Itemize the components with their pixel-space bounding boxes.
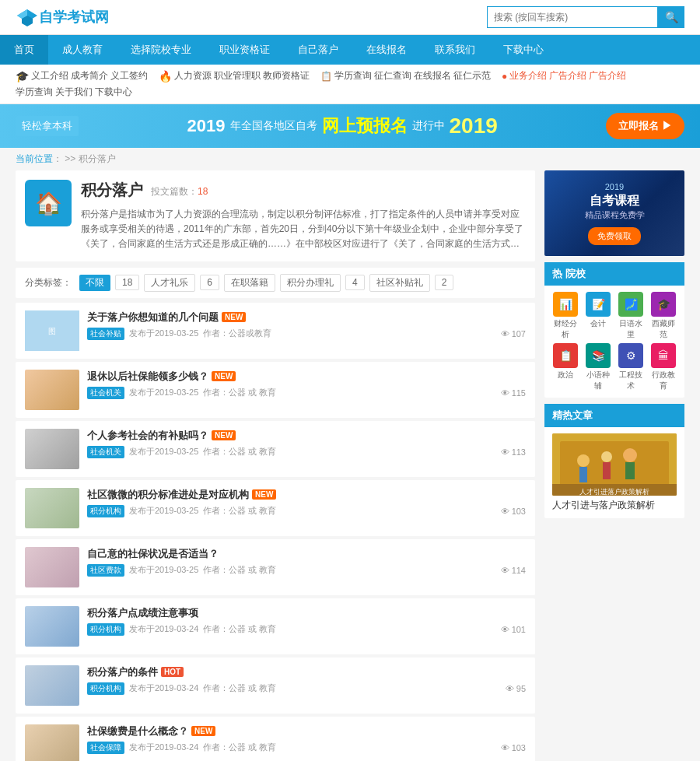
nav-settlement[interactable]: 自己落户 [284, 35, 352, 65]
subnav-link-10[interactable]: 征仁示范 [453, 69, 491, 82]
article-item: 退休以后社保能领多少钱？ NEW 社会机关 发布于2019-03-25 作者：公… [16, 362, 535, 418]
article-thumb-6 [25, 606, 79, 647]
nav-contact[interactable]: 联系我们 [421, 35, 489, 65]
sidebar-hot-courses: 热 院校 📊 财经分析 📝 会计 🗾 日语水里 🎓 西藏师范 [544, 262, 684, 398]
article-meta-7: 积分机构 发布于2019-03-24 作者：公器 或 教育 👁 95 [87, 682, 526, 695]
subnav-link-5[interactable]: 职业管理职 [214, 69, 261, 82]
course-icon-1[interactable]: 📊 财经分析 [551, 292, 580, 340]
article-views-7: 👁 95 [506, 684, 526, 693]
article-date-5: 发布于2019-03-25 [129, 564, 198, 576]
tag-talent-count: 6 [200, 275, 219, 290]
tag-points[interactable]: 积分办理礼 [280, 274, 341, 292]
article-meta-2: 社会机关 发布于2019-03-25 作者：公器 或 教育 👁 115 [87, 387, 526, 399]
subnav-link-11[interactable]: 业务介绍 [509, 69, 547, 82]
subnav-link-6[interactable]: 教师资格证 [263, 69, 310, 82]
subnav-link-15[interactable]: 关于我们 [55, 86, 93, 99]
hot-article-img: 人才引进落户政策解析 [552, 433, 677, 496]
banner-register-btn[interactable]: 立即报名 ▶ [606, 113, 684, 139]
subnav-group-3: 📋 学历查询 征仁查询 在线报名 征仁示范 [320, 69, 491, 82]
article-meta-1: 社会补贴 发布于2019-03-25 作者：公器或教育 👁 107 [87, 328, 526, 340]
article-cat-8: 社会保障 [87, 742, 124, 754]
nav-qualification[interactable]: 职业资格证 [205, 35, 284, 65]
ad-course-title: 自考课程 [590, 193, 639, 209]
subnav-link-12[interactable]: 广告介绍 [549, 69, 586, 82]
article-thumb-2 [25, 370, 79, 410]
article-cat-6: 积分机构 [87, 623, 124, 636]
sub-nav: 🎓 义工介绍 成考简介 义工签约 🔥 人力资源 职业管理职 教师资格证 📋 学历… [0, 65, 700, 104]
course-icon-3[interactable]: 🗾 日语水里 [616, 292, 646, 340]
hot-article-item[interactable]: 人才引进落户政策解析 人才引进与落户政策解析 [544, 427, 684, 518]
article-item: 社区微微的积分标准进处是对应机构 NEW 积分机构 发布于2019-03-25 … [16, 480, 535, 536]
article-views-2: 👁 115 [501, 388, 526, 398]
banner-percent: 2019 [450, 114, 498, 139]
course-icon-7[interactable]: ⚙ 工程技术 [616, 343, 646, 391]
article-thumb-7 [25, 665, 79, 706]
tag-subsidy[interactable]: 社区补贴礼 [369, 274, 430, 292]
category-header: 🏠 积分落户 投文篇数：18 积分落户是指城市为了人力资源的合理流动，制定以积分… [16, 170, 535, 261]
badge-new-8: NEW [191, 726, 215, 736]
nav-school[interactable]: 选择院校专业 [117, 35, 205, 65]
subnav-link-14[interactable]: 学历查询 [16, 86, 53, 99]
subnav-link-2[interactable]: 成考简介 [71, 69, 108, 82]
course-label-2: 会计 [590, 318, 606, 329]
article-meta-3: 社会机关 发布于2019-03-25 作者：公器 或 教育 👁 113 [87, 446, 526, 458]
banner-text: 年全国各地区自考 [230, 119, 317, 133]
search-bar: 🔍 [487, 6, 684, 28]
badge-new-4: NEW [252, 489, 276, 500]
subnav-group-5: 学历查询 关于我们 下载中心 [16, 86, 132, 99]
course-icon-8[interactable]: 🏛 行政教育 [649, 343, 678, 391]
nav-home[interactable]: 首页 [0, 35, 48, 65]
subnav-link-7[interactable]: 学历查询 [334, 69, 372, 82]
breadcrumb-home[interactable]: 当前位置 [16, 153, 53, 164]
search-input[interactable] [487, 6, 658, 28]
article-item: 图 关于落户你想知道的几个问题 NEW 社会补贴 发布于2019-03-25 作… [16, 303, 535, 359]
tag-talent[interactable]: 人才礼乐 [144, 274, 195, 292]
sidebar-hot-articles: 精热文章 人才引进落户政策解析 [544, 404, 684, 518]
language-icon: 📚 [586, 343, 611, 368]
course-icon-4[interactable]: 🎓 西藏师范 [649, 292, 678, 340]
subnav-link-8[interactable]: 征仁查询 [374, 69, 411, 82]
logo-icon [16, 8, 39, 26]
japanese-icon: 🗾 [618, 292, 643, 317]
tag-settle[interactable]: 在职落籍 [224, 274, 275, 292]
article-views-1: 👁 107 [501, 329, 526, 338]
sidebar: 2019 自考课程 精品课程免费学 免费领取 热 院校 📊 财经分析 📝 会计 … [544, 170, 684, 761]
article-thumb-5 [25, 547, 79, 587]
course-icon-2[interactable]: 📝 会计 [583, 292, 613, 340]
subnav-link-4[interactable]: 人力资源 [174, 69, 212, 82]
article-list: 图 关于落户你想知道的几个问题 NEW 社会补贴 发布于2019-03-25 作… [16, 303, 535, 761]
ad-subtitle: 精品课程免费学 [585, 209, 645, 221]
subnav-link-13[interactable]: 广告介绍 [589, 69, 626, 82]
tag-all[interactable]: 不限 [79, 275, 110, 291]
accounting-icon: 📝 [586, 292, 611, 317]
search-button[interactable]: 🔍 [658, 6, 684, 28]
subnav-link-9[interactable]: 在线报名 [414, 69, 451, 82]
nav-download[interactable]: 下载中心 [489, 35, 558, 65]
article-body-7: 积分落户的条件 HOT 积分机构 发布于2019-03-24 作者：公器 或 教… [87, 665, 526, 695]
article-thumb-1: 图 [25, 310, 79, 351]
subnav-link-1[interactable]: 义工介绍 [31, 69, 68, 82]
doc-icon: 📋 [320, 71, 332, 82]
article-title-8: 社保缴费是什么概念？ NEW [87, 724, 526, 738]
course-icon-6[interactable]: 📚 小语种辅 [583, 343, 613, 391]
ad-free-btn[interactable]: 免费领取 [588, 227, 641, 245]
subnav-link-3[interactable]: 义工签约 [110, 69, 148, 82]
hot-article-title: 人才引进与落户政策解析 [552, 499, 677, 512]
sidebar-ad: 2019 自考课程 精品课程免费学 免费领取 [544, 170, 684, 256]
finance-icon: 📊 [553, 292, 578, 317]
article-thumb-3 [25, 429, 79, 469]
course-icon-5[interactable]: 📋 政治 [551, 343, 580, 391]
course-label-3: 日语水里 [616, 318, 646, 340]
nav-adult-edu[interactable]: 成人教育 [48, 35, 117, 65]
article-date-4: 发布于2019-03-25 [129, 505, 198, 517]
subnav-link-16[interactable]: 下载中心 [95, 86, 132, 99]
article-author-2: 作者：公器 或 教育 [203, 387, 276, 398]
article-title-4: 社区微微的积分标准进处是对应机构 NEW [87, 488, 526, 502]
banner-main: 2019 年全国各地区自考 网上预报名 进行中 2019 [187, 114, 498, 139]
hot-articles-title: 精热文章 [544, 404, 684, 427]
article-body-3: 个人参考社会的有补贴吗？ NEW 社会机关 发布于2019-03-25 作者：公… [87, 429, 526, 458]
article-body-8: 社保缴费是什么概念？ NEW 社会保障 发布于2019-03-24 作者：公器 … [87, 724, 526, 754]
article-meta-6: 积分机构 发布于2019-03-24 作者：公器 或 教育 👁 101 [87, 623, 526, 636]
nav-register[interactable]: 在线报名 [352, 35, 421, 65]
article-meta-8: 社会保障 发布于2019-03-24 作者：公器 或 教育 👁 103 [87, 742, 526, 754]
